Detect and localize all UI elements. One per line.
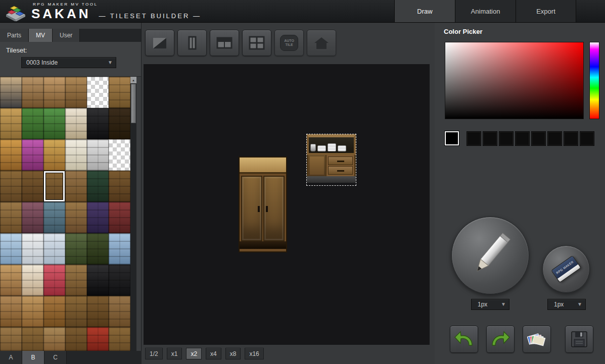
palette-tile[interactable] (22, 327, 43, 351)
tab-animation[interactable]: Animation (455, 0, 516, 22)
palette-tile[interactable] (87, 77, 109, 108)
palette-tile[interactable] (65, 296, 87, 327)
sheet-tab-a[interactable]: A (0, 351, 22, 364)
palette-tile[interactable] (109, 327, 130, 351)
palette-tile[interactable] (109, 108, 130, 139)
palette-tab-parts[interactable]: Parts (0, 29, 29, 42)
palette-tile[interactable] (43, 77, 65, 108)
palette-tile[interactable] (0, 139, 22, 171)
palette-tile[interactable] (43, 327, 65, 351)
palette-tab-mv[interactable]: MV (29, 29, 53, 42)
palette-tile[interactable] (109, 296, 130, 327)
tile-shape-horizontal-button[interactable] (210, 30, 239, 56)
palette-tile[interactable] (22, 171, 43, 202)
palette-tile[interactable] (43, 202, 65, 233)
pencil-tool-button[interactable] (451, 217, 529, 294)
drawing-canvas[interactable] (144, 64, 430, 345)
color-swatch[interactable] (515, 131, 530, 146)
palette-tile[interactable] (109, 77, 130, 108)
zoom-x1[interactable]: x1 (167, 348, 182, 359)
tile-palette-panel: PartsMVUser Tileset: 0003 Inside ▼ ▲ ABC (0, 23, 142, 364)
color-swatch[interactable] (467, 131, 481, 146)
palette-tile[interactable] (87, 171, 109, 202)
palette-tile[interactable] (0, 265, 22, 296)
palette-scrollbar[interactable]: ▲ (130, 77, 136, 351)
eraser-size-dropdown[interactable]: 1px ▼ (547, 299, 586, 310)
palette-tile[interactable] (109, 202, 130, 233)
palette-tab-user[interactable]: User (53, 29, 80, 42)
palette-tile[interactable] (43, 265, 65, 296)
palette-tile[interactable] (65, 139, 87, 171)
palette-tile[interactable] (109, 265, 130, 296)
selection-marquee[interactable] (306, 134, 356, 186)
color-swatch[interactable] (483, 131, 497, 146)
palette-tile[interactable] (43, 233, 65, 265)
pencil-size-dropdown[interactable]: 1px ▼ (471, 299, 509, 310)
palette-tile[interactable] (0, 233, 22, 265)
tile-shape-vertical-button[interactable] (177, 30, 207, 56)
palette-tile[interactable] (43, 139, 65, 171)
palette-tile[interactable] (43, 108, 65, 139)
palette-tile[interactable] (65, 327, 87, 351)
palette-tile[interactable] (87, 296, 109, 327)
palette-tile[interactable] (22, 77, 43, 108)
color-swatch[interactable] (499, 131, 514, 146)
tab-export[interactable]: Export (516, 0, 576, 22)
palette-tile[interactable] (0, 171, 22, 202)
palette-tile[interactable] (65, 171, 87, 202)
redo-button[interactable] (486, 326, 515, 353)
palette-tile[interactable] (22, 139, 43, 171)
saturation-value-picker[interactable] (445, 42, 584, 119)
scroll-up-icon[interactable]: ▲ (130, 77, 136, 83)
palette-tile[interactable] (0, 327, 22, 351)
palette-tile[interactable] (87, 327, 109, 351)
palette-tile[interactable] (65, 77, 87, 108)
palette-tile[interactable] (22, 202, 43, 233)
auto-tile-button[interactable]: AUTO TILE (274, 30, 304, 56)
palette-tile[interactable] (43, 171, 65, 202)
palette-tile[interactable] (109, 171, 130, 202)
sheet-tab-b[interactable]: B (22, 351, 44, 364)
palette-tile[interactable] (109, 139, 130, 171)
color-swatch[interactable] (547, 131, 562, 146)
palette-tile[interactable] (22, 108, 43, 139)
palette-tile[interactable] (22, 265, 43, 296)
tile-shape-quad-button[interactable] (242, 30, 271, 56)
save-button[interactable] (565, 326, 593, 353)
palette-tile[interactable] (65, 202, 87, 233)
zoom-x16[interactable]: x16 (245, 348, 263, 359)
zoom-x2[interactable]: x2 (186, 348, 202, 359)
tile-shape-diagonal-button[interactable] (145, 30, 174, 56)
color-swatch[interactable] (564, 131, 578, 146)
palette-tile[interactable] (22, 233, 43, 265)
tileset-dropdown[interactable]: 0003 Inside ▼ (21, 57, 116, 68)
palette-tile[interactable] (87, 202, 109, 233)
undo-button[interactable] (450, 326, 478, 353)
palette-tile[interactable] (43, 296, 65, 327)
palette-tile[interactable] (0, 202, 22, 233)
eraser-tool-button[interactable]: RPG MAKER (542, 245, 590, 293)
hue-slider[interactable] (589, 42, 599, 119)
palette-tile[interactable] (65, 233, 87, 265)
palette-tile[interactable] (109, 233, 130, 265)
palette-tile[interactable] (0, 77, 22, 108)
palette-tile[interactable] (65, 108, 87, 139)
home-button[interactable] (307, 30, 336, 56)
palette-tile[interactable] (87, 139, 109, 171)
color-swatch[interactable] (531, 131, 546, 146)
tab-draw[interactable]: Draw (394, 0, 455, 22)
zoom-x4[interactable]: x4 (206, 348, 221, 359)
sheet-tab-c[interactable]: C (44, 351, 67, 364)
palette-tile[interactable] (65, 265, 87, 296)
palette-button[interactable] (523, 326, 551, 353)
palette-tile[interactable] (0, 296, 22, 327)
color-swatch[interactable] (580, 131, 594, 146)
palette-tile[interactable] (22, 296, 43, 327)
palette-tile[interactable] (87, 265, 109, 296)
palette-tile[interactable] (87, 233, 109, 265)
palette-tile[interactable] (87, 108, 109, 139)
zoom-1-2[interactable]: 1/2 (145, 348, 163, 359)
zoom-x8[interactable]: x8 (225, 348, 241, 359)
scrollbar-thumb[interactable] (131, 84, 136, 123)
palette-tile[interactable] (0, 108, 22, 139)
